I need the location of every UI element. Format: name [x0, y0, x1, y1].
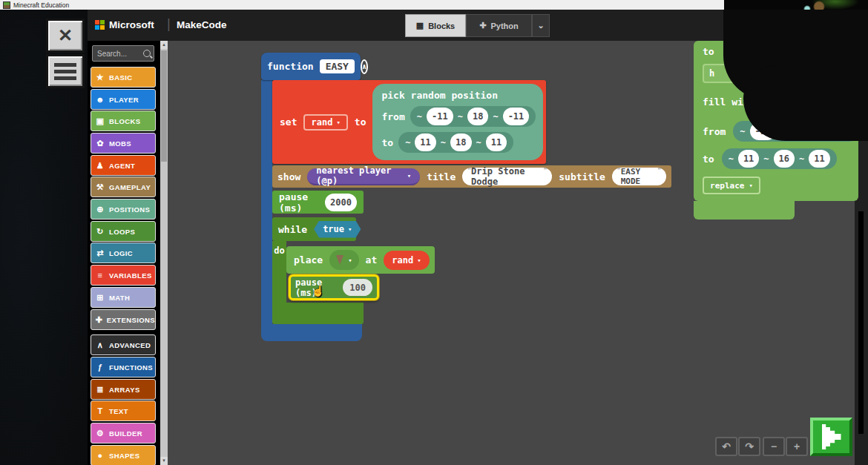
coordinate-value[interactable]: 11	[738, 150, 759, 168]
place-keyword: place	[294, 254, 323, 266]
sidebar-item-extensions[interactable]: ✚EXTENSIONS	[91, 309, 156, 330]
chevron-down-icon: ▾	[417, 257, 421, 264]
wrench-icon: ⚒	[91, 182, 109, 192]
sidebar-item-builder[interactable]: ⚙BUILDER	[91, 423, 156, 443]
text-icon: T	[91, 406, 109, 415]
from-position-pill[interactable]: ~ -11 ~ 18 ~ -11	[410, 106, 536, 127]
position-variable-dropdown[interactable]: rand ▾	[384, 251, 429, 270]
sidebar-item-shapes[interactable]: ●SHAPES	[91, 445, 156, 465]
set-variable-block[interactable]: set rand ▾ to pick random position from …	[272, 80, 546, 164]
minecraft-app-icon	[3, 1, 10, 9]
function-block-spine[interactable]	[261, 80, 272, 325]
coordinate-value[interactable]: 18	[467, 108, 488, 125]
paw-icon: ✿	[91, 139, 109, 148]
chevron-down-icon: ▾	[407, 172, 411, 179]
minus-icon: −	[771, 441, 777, 452]
sidebar-item-arrays[interactable]: ≣ARRAYS	[91, 379, 156, 400]
scroll-down-icon[interactable]: ▼	[160, 457, 168, 465]
function-block[interactable]: function EASY ∧	[261, 53, 361, 80]
fill-block-footer[interactable]	[694, 201, 795, 220]
sidebar-item-logic[interactable]: ⇄LOGIC	[91, 243, 156, 263]
coordinate-value[interactable]: 11	[486, 133, 507, 151]
to-label: to	[381, 137, 393, 148]
variable-dropdown[interactable]: rand ▾	[303, 114, 347, 131]
sidebar-item-positions[interactable]: ⊕POSITIONS	[91, 199, 156, 220]
pause-block-selected[interactable]: pause (ms) 100	[289, 274, 379, 300]
undo-icon: ↶	[722, 441, 731, 452]
title-text-field[interactable]: " Drip Stone Dodge "	[462, 168, 552, 185]
sidebar-item-basic[interactable]: ★BASIC	[91, 67, 156, 88]
to-keyword: to	[703, 46, 714, 57]
coordinate-value[interactable]: 11	[809, 150, 829, 168]
plus-circle-icon: ✚	[91, 315, 107, 325]
run-code-button[interactable]	[810, 418, 852, 456]
coordinate-value[interactable]: 18	[450, 133, 471, 151]
sidebar-item-loops[interactable]: ↻LOOPS	[91, 221, 156, 242]
chevron-down-icon: ▾	[749, 182, 752, 189]
scroll-up-icon[interactable]: ▲	[160, 41, 168, 49]
fill-to-pill[interactable]: ~ 11 ~ 16 ~ 11	[722, 148, 837, 169]
function-keyword: function	[267, 61, 314, 72]
toolbox-scrollbar-thumb[interactable]	[161, 50, 167, 162]
redo-button[interactable]: ↷	[738, 437, 760, 456]
sidebar-item-mobs[interactable]: ✿MOBS	[91, 133, 156, 154]
tab-blocks-label: Blocks	[428, 22, 455, 30]
place-block[interactable]: place ▾ at rand ▾	[286, 246, 435, 274]
sidebar-item-variables[interactable]: ≡VARIABLES	[91, 265, 156, 286]
pick-random-position-block[interactable]: pick random position from ~ -11 ~ 18 ~ -…	[372, 84, 543, 160]
menu-overlay-button[interactable]	[46, 54, 85, 88]
menu-icon	[54, 63, 76, 67]
subtitle-text-field[interactable]: " EASY MODE "	[612, 168, 666, 185]
zoom-in-button[interactable]: +	[786, 437, 808, 456]
sidebar-item-player[interactable]: ☻PLAYER	[91, 89, 156, 110]
to-position-pill[interactable]: ~ 11 ~ 18 ~ 11	[398, 132, 513, 153]
pause-value-field[interactable]: 100	[343, 279, 372, 296]
collapse-block-icon[interactable]: ∧	[361, 59, 368, 74]
sidebar-item-functions[interactable]: ƒFUNCTIONS	[91, 357, 156, 377]
block-image-dropdown[interactable]: ▾	[329, 250, 358, 270]
python-icon: ✚	[479, 21, 486, 30]
zoom-out-button[interactable]: −	[763, 437, 785, 456]
function-name-field[interactable]: EASY	[320, 59, 355, 73]
crosshair-icon: ⊕	[91, 205, 109, 214]
undo-button[interactable]: ↶	[715, 437, 737, 456]
close-overlay-button[interactable]: ✕	[46, 19, 85, 53]
sidebar-item-text[interactable]: TTEXT	[91, 400, 156, 421]
coordinate-value[interactable]: -11	[503, 108, 530, 125]
microsoft-logo-icon	[95, 20, 105, 30]
while-block-footer[interactable]	[272, 303, 364, 324]
shuffle-icon: ⇄	[91, 248, 109, 258]
coordinate-value[interactable]: -11	[427, 108, 453, 125]
replace-mode-dropdown[interactable]: replace ▾	[703, 177, 760, 194]
condition-dropdown[interactable]: true ▾	[314, 221, 361, 238]
sidebar-item-blocks[interactable]: ▣BLOCKS	[91, 111, 156, 131]
tab-python[interactable]: ✚ Python	[466, 14, 532, 37]
search-icon	[143, 50, 151, 57]
star-icon: ★	[91, 73, 109, 82]
coordinate-value[interactable]: 11	[415, 133, 435, 151]
tab-blocks[interactable]: ▦ Blocks	[405, 14, 466, 37]
set-keyword: set	[280, 116, 297, 128]
toolbox-scrollbar[interactable]: ▲ ▼	[160, 41, 168, 465]
search-input[interactable]	[96, 49, 140, 59]
blocks-puzzle-icon: ▦	[416, 21, 424, 30]
sidebar-item-math[interactable]: ⊞MATH	[91, 287, 156, 308]
sidebar-item-gameplay[interactable]: ⚒GAMEPLAY	[91, 177, 156, 197]
function-icon: ƒ	[91, 363, 109, 372]
function-block-footer[interactable]	[261, 324, 362, 341]
show-title-block[interactable]: show nearest player (@p) ▾ title " Drip …	[272, 165, 671, 188]
pause-block[interactable]: pause (ms) 2000	[272, 191, 364, 214]
chevron-down-icon: ▾	[348, 225, 352, 233]
window-titlebar: Minecraft Education	[0, 0, 724, 10]
vertical-scrollbar-thumb[interactable]	[858, 211, 864, 434]
language-dropdown-button[interactable]: ⌄	[532, 14, 550, 37]
sidebar-item-agent[interactable]: ♟AGENT	[91, 155, 156, 176]
while-block-spine[interactable]: do	[272, 241, 286, 303]
chevron-up-icon: ∧	[91, 340, 109, 350]
sidebar-item-advanced[interactable]: ∧ADVANCED	[91, 334, 156, 355]
coordinate-value[interactable]: 16	[774, 150, 795, 168]
while-block[interactable]: while true ▾	[272, 217, 356, 241]
target-player-dropdown[interactable]: nearest player (@p) ▾	[307, 168, 420, 185]
pause-value-field[interactable]: 2000	[325, 194, 357, 211]
close-x-icon: ✕	[58, 27, 73, 44]
